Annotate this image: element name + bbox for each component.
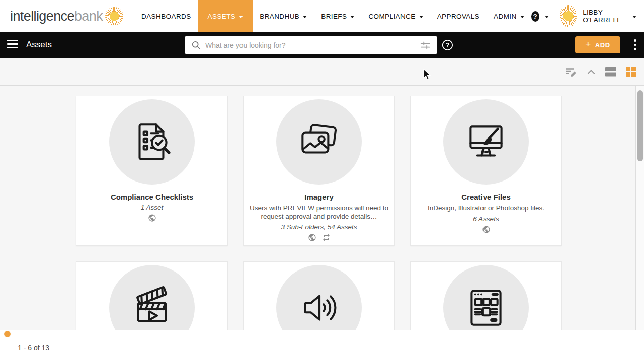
- nav-item-brandhub[interactable]: BRANDHUB: [253, 0, 314, 32]
- nav-item-label: COMPLIANCE: [368, 13, 415, 20]
- nav-item-label: ADMIN: [494, 13, 517, 20]
- user-name[interactable]: LIBBY O'FARRELL: [583, 9, 628, 24]
- vertical-scrollbar[interactable]: [635, 86, 644, 330]
- topnav-right: ? LIBBY O'FARRELL: [531, 5, 644, 27]
- add-button[interactable]: +ADD: [575, 36, 620, 53]
- webpage-icon: [461, 283, 511, 330]
- asset-folder-card[interactable]: Creative Files InDesign, Illustrator or …: [410, 96, 562, 246]
- intelligencebank-logo[interactable]: intelligencebank: [10, 7, 123, 25]
- search-icon: [191, 40, 201, 50]
- main-nav: DASHBOARDS ASSETS BRANDHUB BRIEFS COMPLI…: [134, 0, 531, 32]
- grid-view-icon[interactable]: [625, 66, 636, 77]
- folder-icon-circle: [109, 265, 195, 330]
- user-avatar[interactable]: [560, 5, 577, 27]
- collapse-chevron-up-icon[interactable]: [586, 68, 596, 75]
- scrollbar-thumb[interactable]: [637, 90, 643, 161]
- module-header-bar: Assets ? +ADD: [0, 32, 644, 58]
- view-toolbar: [0, 58, 644, 86]
- top-navigation: intelligencebank DASHBOARDS ASSETS BRAND…: [0, 0, 644, 32]
- page-title: Assets: [26, 40, 52, 50]
- cards-grid: Compliance Checklists 1 Asset Imagery Us…: [0, 86, 644, 330]
- folder-title: Creative Files: [461, 193, 511, 201]
- search-input[interactable]: [205, 41, 420, 49]
- plus-icon: +: [585, 39, 591, 50]
- help-icon[interactable]: ?: [531, 11, 539, 22]
- svg-text:?: ?: [446, 42, 450, 49]
- nav-item-assets[interactable]: ASSETS: [198, 0, 253, 32]
- speaker-icon: [294, 283, 344, 330]
- filter-sliders-icon[interactable]: [420, 40, 431, 51]
- photos-icon: [294, 117, 344, 166]
- folder-title: Imagery: [304, 193, 334, 201]
- nav-item-admin[interactable]: ADMIN: [487, 0, 531, 32]
- clapperboard-icon: [127, 283, 177, 330]
- sort-edit-icon[interactable]: [564, 66, 578, 78]
- folder-description: InDesign, Illustrator or Photoshop files…: [416, 204, 556, 213]
- chevron-down-icon: [303, 16, 307, 18]
- chevron-down-icon: [419, 16, 423, 18]
- folder-meta: 6 Assets: [473, 215, 499, 223]
- more-options-icon[interactable]: [634, 39, 636, 50]
- folder-description: Users with PREVIEW permissions will need…: [249, 204, 389, 221]
- nav-item-dashboards[interactable]: DASHBOARDS: [134, 0, 198, 32]
- chevron-down-icon: [239, 16, 243, 18]
- nav-item-briefs[interactable]: BRIEFS: [314, 0, 361, 32]
- folder-badges: [148, 214, 156, 222]
- nav-item-label: DASHBOARDS: [141, 13, 191, 20]
- help-caret-icon[interactable]: [545, 16, 549, 18]
- asset-folder-area: Compliance Checklists 1 Asset Imagery Us…: [0, 86, 644, 330]
- folder-icon-circle: [443, 265, 529, 330]
- folder-title: Compliance Checklists: [111, 193, 193, 201]
- user-caret-icon[interactable]: [632, 16, 636, 18]
- pagination-slider-handle[interactable]: [4, 331, 11, 337]
- list-view-icon[interactable]: [605, 66, 617, 77]
- asset-folder-card[interactable]: [410, 261, 562, 330]
- app-screen: intelligencebank DASHBOARDS ASSETS BRAND…: [0, 0, 644, 362]
- nav-item-label: ASSETS: [208, 13, 236, 20]
- results-count: 1 - 6 of 13: [18, 344, 49, 352]
- globe-icon: [482, 225, 491, 234]
- hamburger-menu-icon[interactable]: [7, 40, 18, 48]
- folder-badges: [308, 233, 331, 242]
- pagination-slider[interactable]: [0, 332, 644, 332]
- folder-meta: 3 Sub-Folders, 54 Assets: [281, 223, 357, 231]
- repeat-icon: [322, 233, 331, 242]
- search-box: [185, 36, 437, 54]
- nav-item-approvals[interactable]: APPROVALS: [430, 0, 487, 32]
- folder-icon-circle: [276, 265, 362, 330]
- folder-icon-circle: [443, 99, 529, 185]
- asset-folder-card[interactable]: Compliance Checklists 1 Asset: [76, 96, 228, 246]
- folder-badges: [482, 225, 491, 234]
- asset-folder-card[interactable]: Imagery Users with PREVIEW permissions w…: [243, 96, 395, 246]
- nav-item-compliance[interactable]: COMPLIANCE: [361, 0, 430, 32]
- logo-text: intelligencebank: [10, 9, 103, 24]
- globe-icon: [308, 233, 316, 242]
- folder-meta: 1 Asset: [141, 204, 164, 211]
- checklist-search-icon: [127, 117, 177, 166]
- chevron-down-icon: [350, 16, 354, 18]
- search-help-icon[interactable]: ?: [442, 39, 453, 51]
- globe-icon: [148, 214, 156, 222]
- nav-item-label: BRIEFS: [321, 13, 347, 20]
- folder-icon-circle: [276, 99, 362, 185]
- nav-item-label: APPROVALS: [437, 13, 479, 20]
- monitor-brush-icon: [461, 117, 511, 166]
- folder-icon-circle: [109, 99, 195, 185]
- nav-item-label: BRANDHUB: [260, 13, 299, 20]
- footer-bar: 1 - 6 of 13: [0, 330, 644, 362]
- asset-folder-card[interactable]: [243, 261, 395, 330]
- chevron-down-icon: [520, 16, 524, 18]
- asset-folder-card[interactable]: [76, 261, 228, 330]
- sunburst-icon: [105, 7, 123, 25]
